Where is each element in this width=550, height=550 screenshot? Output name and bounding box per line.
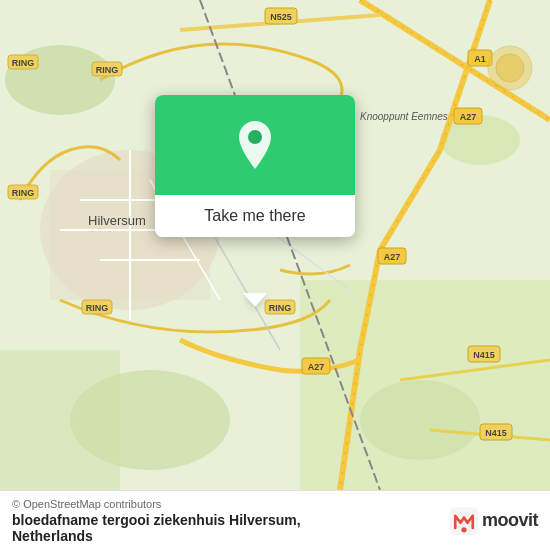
footer: © OpenStreetMap contributors bloedafname… — [0, 490, 550, 550]
location-pin-icon — [235, 121, 275, 169]
svg-text:A27: A27 — [308, 362, 325, 372]
svg-point-41 — [248, 130, 262, 144]
svg-point-40 — [496, 54, 524, 82]
osm-attribution: © OpenStreetMap contributors — [12, 498, 301, 510]
location-name-text: bloedafname tergooi ziekenhuis Hilversum… — [12, 512, 301, 528]
svg-text:A1: A1 — [474, 54, 486, 64]
svg-point-43 — [461, 527, 466, 532]
svg-text:RING: RING — [12, 188, 35, 198]
location-country-text: Netherlands — [12, 528, 93, 544]
footer-left: © OpenStreetMap contributors bloedafname… — [12, 498, 301, 544]
moovit-icon — [450, 507, 478, 535]
popup-green-area — [155, 95, 355, 195]
popup-triangle-pointer — [243, 293, 267, 307]
svg-text:A27: A27 — [384, 252, 401, 262]
svg-text:RING: RING — [96, 65, 119, 75]
svg-text:N525: N525 — [270, 12, 292, 22]
svg-text:RING: RING — [86, 303, 109, 313]
moovit-logo: moovit — [450, 507, 538, 535]
svg-rect-5 — [0, 350, 120, 490]
popup-card: Take me there — [155, 95, 355, 237]
take-me-there-button[interactable]: Take me there — [155, 195, 355, 237]
svg-text:RING: RING — [12, 58, 35, 68]
moovit-text: moovit — [482, 510, 538, 531]
svg-text:N415: N415 — [473, 350, 495, 360]
svg-text:A27: A27 — [460, 112, 477, 122]
svg-text:N415: N415 — [485, 428, 507, 438]
svg-text:RING: RING — [269, 303, 292, 313]
map-container: N525 A1 A27 A27 A27 N415 N415 RING RING … — [0, 0, 550, 490]
svg-text:Hilversum: Hilversum — [88, 213, 146, 228]
location-title: bloedafname tergooi ziekenhuis Hilversum… — [12, 512, 301, 544]
svg-text:Knooppunt Eemnes: Knooppunt Eemnes — [360, 111, 448, 122]
svg-point-6 — [360, 380, 480, 460]
